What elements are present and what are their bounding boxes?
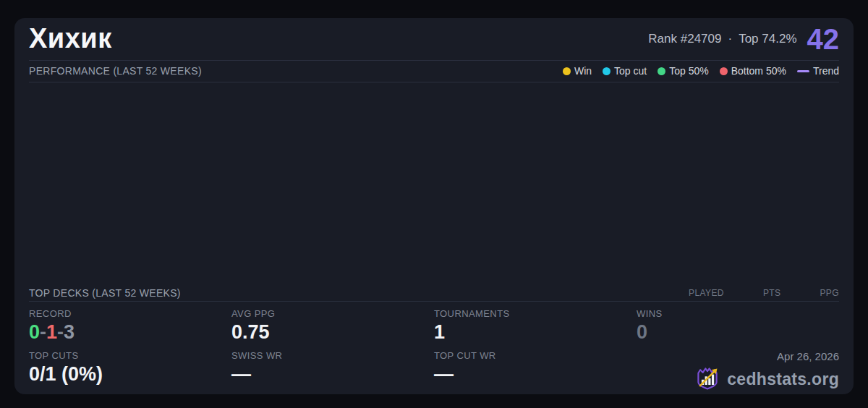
wins-value: 0 [637,321,839,344]
legend-item-top-cut: Top cut [603,65,647,77]
avg-ppg-label: AVG PPG [231,308,434,319]
wins-label: WINS [637,308,839,319]
top-cut-wr-value: — [434,363,637,386]
header-right: Rank #24709 · Top 74.2% 42 [648,25,839,54]
stat-tournaments: TOURNAMENTS 1 [434,308,637,344]
record-value: 0-1-3 [29,321,231,344]
record-separator: - [40,321,46,343]
tournaments-value: 1 [434,321,637,344]
swiss-wr-label: SWISS WR [231,350,434,361]
column-played: PLAYED [689,288,724,298]
top-decks-heading: TOP DECKS (LAST 52 WEEKS) [29,287,181,299]
top-50-dot-icon [658,67,665,75]
stat-top-cuts: TOP CUTS 0/1 (0%) [29,350,231,394]
record-draws: 3 [64,321,75,343]
legend-item-bottom-50: Bottom 50% [720,65,786,77]
top-decks-columns: PLAYED PTS PPG [689,288,839,298]
top-percent-text: Top 74.2% [739,32,796,46]
top-cut-dot-icon [603,67,610,75]
player-name: Хихик [29,23,112,54]
record-separator: - [57,321,64,343]
stat-avg-ppg: AVG PPG 0.75 [231,308,434,344]
top-cuts-value: 0/1 (0%) [29,363,231,386]
legend-label: Trend [813,65,839,77]
record-label: RECORD [29,308,231,319]
footer-date: Apr 26, 2026 [777,350,839,362]
legend-label: Top 50% [669,65,708,77]
legend-item-top-50: Top 50% [658,65,708,77]
performance-chart-area [29,82,839,285]
footer-cell: Apr 26, 2026 ce [637,350,839,394]
brand-name: cedhstats.org [727,370,839,389]
column-pts: PTS [763,288,781,298]
avg-ppg-value: 0.75 [231,321,434,344]
legend-label: Win [574,65,592,77]
legend-item-trend: Trend [797,65,839,77]
trend-line-icon [797,70,809,72]
performance-header-row: PERFORMANCE (LAST 52 WEEKS) Win Top cut … [29,61,839,82]
cedhstats-logo-icon [694,365,720,394]
stat-swiss-wr: SWISS WR — [231,350,434,394]
rank-separator: · [728,32,732,46]
stat-top-cut-wr: TOP CUT WR — [434,350,637,394]
stat-wins: WINS 0 [637,308,839,344]
performance-heading: PERFORMANCE (LAST 52 WEEKS) [29,65,202,77]
swiss-wr-value: — [231,363,434,386]
top-decks-header-row: TOP DECKS (LAST 52 WEEKS) PLAYED PTS PPG [29,285,839,302]
record-wins: 0 [29,321,40,343]
rank-text: Rank #24709 [648,32,721,46]
card-header: Хихик Rank #24709 · Top 74.2% 42 [29,18,839,61]
top-cut-wr-label: TOP CUT WR [434,350,637,361]
brand-row: cedhstats.org [694,365,839,394]
win-dot-icon [563,67,571,75]
player-stats-card: Хихик Rank #24709 · Top 74.2% 42 PERFORM… [14,18,854,394]
record-losses: 1 [46,321,57,343]
bottom-50-dot-icon [720,67,728,75]
column-ppg: PPG [820,288,839,298]
legend-label: Top cut [614,65,647,77]
legend-item-win: Win [563,65,592,77]
rank-line: Rank #24709 · Top 74.2% [648,32,796,46]
stats-grid: RECORD 0-1-3 AVG PPG 0.75 TOURNAMENTS 1 … [29,302,839,394]
tournaments-label: TOURNAMENTS [434,308,637,319]
legend-label: Bottom 50% [731,65,786,77]
chart-legend: Win Top cut Top 50% Bottom 50% Trend [563,65,839,77]
stat-record: RECORD 0-1-3 [29,308,231,344]
player-score: 42 [807,25,840,54]
top-cuts-label: TOP CUTS [29,350,231,361]
